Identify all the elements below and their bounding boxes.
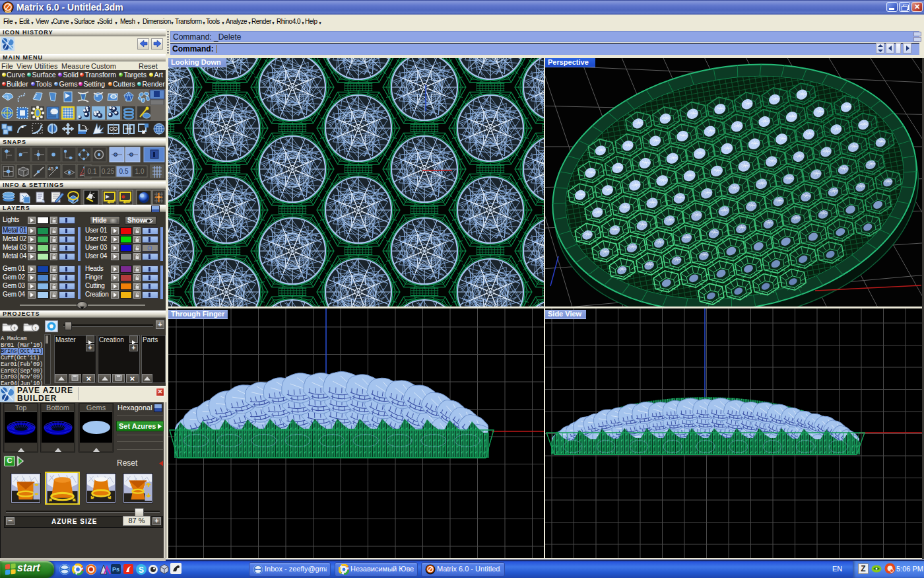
svg-text:0.1: 0.1 — [88, 168, 97, 175]
svg-text:45: 45 — [48, 166, 53, 171]
svg-text:S: S — [139, 565, 144, 575]
svg-text:0.5: 0.5 — [119, 168, 129, 175]
svg-text:+: + — [13, 325, 16, 332]
svg-text:0.25: 0.25 — [102, 168, 115, 175]
svg-text:1.0: 1.0 — [135, 168, 145, 175]
svg-text:Ps: Ps — [112, 566, 119, 573]
svg-text:↑: ↑ — [34, 325, 38, 332]
